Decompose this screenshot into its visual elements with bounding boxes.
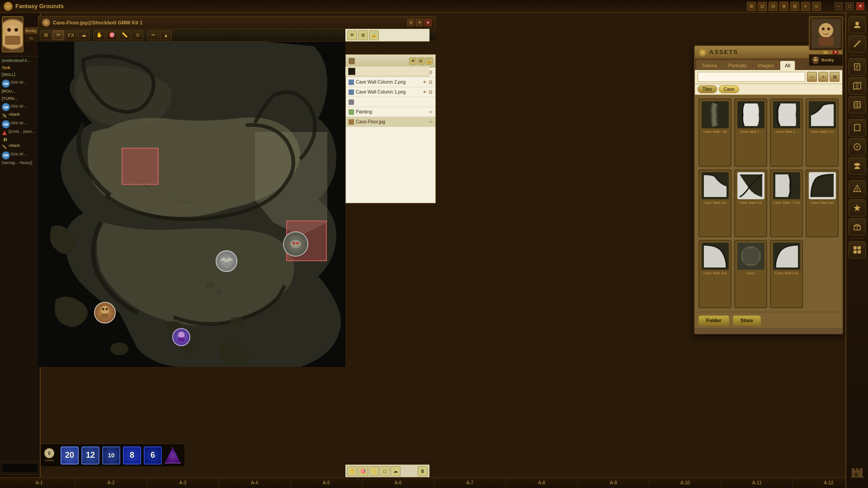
token-flying[interactable] — [216, 250, 237, 272]
tab-portraits[interactable]: Portraits — [723, 61, 752, 70]
token-rogue[interactable] — [172, 328, 190, 346]
tab-tokens[interactable]: Tokens — [697, 61, 722, 70]
die-d10[interactable]: 10 — [102, 446, 120, 465]
toolbar-select[interactable]: ⊞ — [40, 30, 52, 40]
toolbar-icon-3[interactable]: ⊟ — [769, 2, 778, 11]
window-minimize[interactable]: ─ — [835, 2, 843, 10]
lock-tool[interactable]: 🔒 — [369, 30, 379, 40]
image-row-2[interactable]: Cave Wall Column 1.png 👁 ⛓ — [346, 87, 435, 97]
tile-8[interactable]: Cave Wall Out — [698, 240, 731, 308]
rt-story[interactable] — [849, 119, 866, 136]
row-chain-2[interactable]: ⛓ — [429, 90, 433, 94]
toolbar-pencil2[interactable]: ✏ — [147, 30, 159, 40]
tile-5[interactable]: Cave Wall Cor — [734, 169, 767, 238]
toolbar-icon-2[interactable]: ⊡ — [758, 2, 767, 11]
btool-1[interactable]: ✋ — [347, 466, 357, 476]
map-canvas[interactable] — [38, 42, 345, 367]
grid-tool[interactable]: ⊞ — [358, 30, 368, 40]
search-minus-btn[interactable]: − — [807, 72, 817, 82]
rt-quests[interactable]: ? — [849, 138, 866, 155]
rt-combat[interactable] — [849, 35, 866, 52]
die-d4[interactable] — [165, 447, 181, 464]
rt-effects[interactable] — [849, 199, 866, 216]
toolbar-fog[interactable]: ☁ — [78, 30, 90, 40]
tile-0[interactable]: Cave Wall - thi — [698, 99, 731, 167]
image-row-1[interactable]: Cave Wall Column 2.png 👁 ⛓ — [346, 77, 435, 87]
tab-images[interactable]: Images — [753, 61, 779, 70]
die-d12[interactable]: 12 — [81, 446, 99, 465]
tile-6[interactable]: Cave Wall - l Col — [770, 169, 803, 238]
color-swatch[interactable] — [348, 68, 355, 75]
token-warrior[interactable] — [94, 302, 116, 324]
toolbar-line[interactable]: ▲ — [160, 30, 172, 40]
eye-btn[interactable]: 👁 — [409, 57, 416, 65]
toolbar-hand[interactable]: ✋ — [94, 30, 105, 40]
btool-2[interactable]: 🎯 — [358, 466, 368, 476]
search-input[interactable] — [698, 72, 805, 82]
btool-5[interactable]: ☁ — [391, 466, 401, 476]
search-plus-btn[interactable]: + — [818, 72, 828, 82]
token-monster[interactable] — [283, 231, 308, 257]
filter-cave[interactable]: Cave — [719, 85, 739, 93]
toolbar-pointer[interactable]: 🎯 — [106, 30, 118, 40]
rt-characters[interactable] — [849, 16, 866, 33]
rt-encounter[interactable] — [849, 180, 866, 197]
character-avatar[interactable] — [2, 16, 24, 52]
coord-a9: A-9 — [578, 478, 650, 488]
row-chain-1[interactable]: ⛓ — [429, 80, 433, 84]
btool-4[interactable]: ◻ — [380, 466, 390, 476]
counter-circle[interactable]: 0 — [44, 448, 54, 458]
toolbar-draw[interactable]: ✏ — [52, 30, 64, 40]
eye-tool[interactable]: 👁 — [347, 30, 357, 40]
window-maximize[interactable]: □ — [845, 2, 854, 10]
toolbar-icon-6[interactable]: ≡ — [801, 2, 810, 11]
map-settings-btn[interactable]: ⚙ — [407, 19, 415, 26]
die-d20[interactable]: 20 — [61, 446, 79, 465]
tile-10[interactable]: Cave Wall Out — [770, 240, 803, 308]
image-row-4[interactable]: Painting ✏ — [346, 107, 435, 117]
rt-parcels[interactable] — [849, 218, 866, 235]
row-pencil-4[interactable]: ✏ — [429, 110, 433, 114]
toolbar-circle[interactable]: ⊙ — [132, 30, 143, 40]
image-row-5[interactable]: Cave-Floor.jpg ✏ — [346, 117, 435, 127]
char-portrait-main[interactable] — [809, 16, 843, 51]
rt-notes[interactable] — [849, 58, 866, 75]
row-eye-2[interactable]: 👁 — [423, 90, 427, 94]
die-d6[interactable]: 6 — [144, 446, 162, 465]
chat-input[interactable] — [1, 463, 38, 473]
tile-4[interactable]: Cave Wall Cor — [698, 169, 731, 238]
folder-btn[interactable]: Folder — [698, 315, 729, 325]
toolbar-erase[interactable]: FX — [65, 30, 77, 40]
map-close-btn[interactable]: ✕ — [425, 19, 432, 26]
toolbar-ruler[interactable]: 📏 — [119, 30, 131, 40]
tile-3[interactable]: Cave Wall Cor — [806, 99, 839, 167]
row-pencil-5[interactable]: ✏ — [429, 120, 433, 124]
search-grid-btn[interactable]: ⊞ — [830, 72, 840, 82]
rt-npc[interactable] — [849, 157, 866, 174]
store-btn[interactable]: Store — [733, 315, 761, 325]
rt-maps[interactable] — [849, 77, 866, 94]
char-tab-bonky[interactable]: Bonky — [24, 27, 38, 34]
map-eye-btn[interactable]: 👁 — [416, 19, 423, 26]
die-d8[interactable]: 8 — [123, 446, 141, 465]
toolbar-icon-4[interactable]: ⊕ — [779, 2, 788, 11]
char-tab-to[interactable]: To — [24, 35, 38, 42]
rt-tables[interactable] — [849, 96, 866, 113]
toolbar-icon-1[interactable]: ⊞ — [747, 2, 756, 11]
tile-9[interactable]: Cave — [734, 240, 767, 308]
toolbar-icon-7[interactable]: ⊙ — [812, 2, 821, 11]
row-eye-1[interactable]: 👁 — [423, 80, 427, 84]
filter-tiles[interactable]: Tiles — [698, 85, 717, 93]
tile-2[interactable]: Cave Wall 2 - — [770, 99, 803, 167]
toolbar-icon-5[interactable]: ⊞ — [790, 2, 799, 11]
tile-1[interactable]: Cave Wall 1 - — [734, 99, 767, 167]
lock-btn[interactable]: 🔒 — [425, 57, 433, 65]
image-row-3[interactable] — [346, 97, 435, 107]
tile-7[interactable]: Cave Wall Insi — [806, 169, 839, 238]
tab-all[interactable]: All — [780, 61, 795, 70]
rt-assets[interactable] — [849, 241, 866, 258]
btool-trash[interactable]: 🗑 — [418, 466, 428, 476]
window-close[interactable]: ✕ — [856, 2, 864, 10]
grid-btn[interactable]: ⊞ — [417, 57, 425, 65]
btool-3[interactable]: 📏 — [369, 466, 379, 476]
